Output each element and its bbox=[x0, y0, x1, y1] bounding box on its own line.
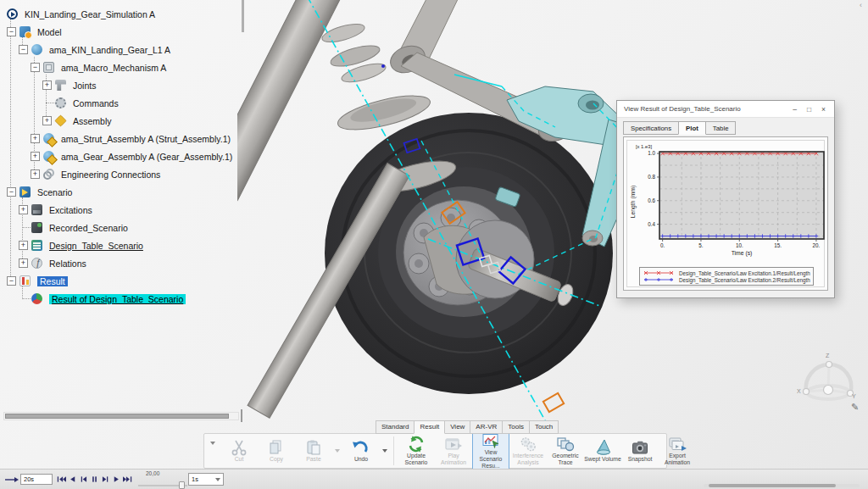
expand-icon[interactable]: + bbox=[31, 152, 40, 161]
tree-item-label: ama_KIN_Landing_Gear_L1 A bbox=[49, 45, 170, 55]
tree-item-kin-landing-gear-simulation-a[interactable]: KIN_Landing_Gear_Simulation A bbox=[0, 5, 271, 23]
expand-icon[interactable]: + bbox=[42, 116, 52, 125]
svg-text:[x 1.e3]: [x 1.e3] bbox=[636, 144, 652, 149]
timeline-slider[interactable] bbox=[138, 481, 187, 489]
dropdown-arrow-icon[interactable] bbox=[335, 449, 340, 453]
tree-item-ama-strut-assembly-a-strut-assembly-1[interactable]: +ama_Strut_Assembly A (Strut_Assembly.1) bbox=[0, 130, 271, 147]
tree-item-ama-gear-assembly-a-gear-assembly-1[interactable]: +ama_Gear_Assembly A (Gear_Assembly.1) bbox=[0, 147, 271, 165]
expand-icon[interactable]: + bbox=[19, 205, 28, 214]
scrollbar-thumb[interactable] bbox=[709, 484, 836, 487]
play-button[interactable] bbox=[111, 474, 122, 485]
result-window[interactable]: View Result of Design_Table_Scenario – □… bbox=[616, 100, 835, 298]
collapse-icon[interactable]: − bbox=[7, 187, 16, 197]
ribbon-tab-result[interactable]: Result bbox=[414, 420, 445, 434]
expand-icon[interactable]: + bbox=[42, 81, 52, 90]
tree-item-excitations[interactable]: +Excitations bbox=[0, 201, 271, 219]
tree-item-assembly[interactable]: +Assembly bbox=[0, 112, 271, 130]
step-forward-button[interactable] bbox=[100, 474, 111, 485]
tree-item-joints[interactable]: +Joints bbox=[0, 76, 271, 94]
tree-item-label: Joints bbox=[73, 81, 96, 91]
interval-value: 1s bbox=[192, 475, 215, 483]
collapse-icon[interactable]: − bbox=[7, 276, 16, 286]
play-reverse-button[interactable] bbox=[67, 474, 78, 485]
window-titlebar[interactable]: View Result of Design_Table_Scenario – □… bbox=[617, 101, 834, 118]
svg-text:15.: 15. bbox=[774, 242, 782, 248]
view-scenario-resu-button[interactable]: View Scenario Resu... bbox=[472, 431, 509, 470]
copy-button[interactable]: Copy bbox=[258, 438, 295, 464]
jump-to-end-button[interactable] bbox=[122, 474, 133, 485]
panel-collapse-icon[interactable]: ‹ bbox=[860, 1, 862, 9]
interference-analysis-button[interactable]: Interference Analysis bbox=[509, 435, 547, 467]
tree-item-relations[interactable]: +Relations bbox=[0, 254, 271, 272]
tab-table[interactable]: Table bbox=[705, 121, 737, 135]
tab-specifications[interactable]: Specifications bbox=[623, 121, 679, 135]
tree-item-design-table-scenario[interactable]: +Design_Table_Scenario bbox=[0, 236, 271, 254]
tree-item-scenario[interactable]: −Scenario bbox=[0, 183, 271, 201]
expand-icon[interactable]: + bbox=[31, 169, 40, 179]
cut-button[interactable]: Cut bbox=[220, 438, 258, 464]
snapshot-button[interactable]: Snapshot bbox=[621, 438, 659, 464]
collapse-icon[interactable]: − bbox=[7, 27, 16, 36]
tree-item-ama-macro-mechanism-a[interactable]: −ama_Macro_Mechanism A bbox=[0, 58, 271, 76]
time-input[interactable] bbox=[20, 474, 53, 485]
play-animation-button[interactable]: Play Animation bbox=[435, 435, 472, 467]
svg-text:20.: 20. bbox=[813, 242, 821, 248]
expand-icon[interactable]: + bbox=[19, 241, 28, 250]
close-button[interactable]: × bbox=[816, 105, 831, 114]
tree-item-ama-kin-landing-gear-l1-a[interactable]: −ama_KIN_Landing_Gear_L1 A bbox=[0, 41, 271, 58]
button-label: Copy bbox=[258, 456, 295, 463]
tree-item-engineering-connections[interactable]: +Engineering Connections bbox=[0, 165, 271, 183]
step-backward-button[interactable] bbox=[78, 474, 89, 485]
scrollbar-end-cap bbox=[241, 409, 242, 422]
ribbon-tab-tools[interactable]: Tools bbox=[502, 420, 530, 434]
dropdown-arrow-icon[interactable] bbox=[382, 449, 387, 453]
horizontal-scrollbar[interactable] bbox=[704, 484, 860, 487]
plot-area: 0.5.10.15.20.1.00.80.60.4[x 1.e3]Time (s… bbox=[623, 136, 828, 291]
tree-item-label: Engineering Connections bbox=[61, 169, 160, 180]
button-label: Export Animation bbox=[659, 453, 696, 466]
paste-button[interactable]: Paste bbox=[295, 438, 332, 464]
undo-button[interactable]: Undo bbox=[342, 438, 380, 464]
cut-icon bbox=[229, 439, 249, 456]
jump-to-start-button[interactable] bbox=[56, 474, 67, 485]
geometric-trace-button[interactable]: Geometric Trace bbox=[547, 435, 584, 467]
tree-item-model[interactable]: −Model bbox=[0, 23, 271, 41]
collapse-icon[interactable]: − bbox=[19, 45, 28, 54]
swept-volume-button[interactable]: Swept Volume bbox=[584, 438, 621, 464]
interference-analysis-icon bbox=[518, 436, 538, 453]
expand-icon[interactable]: + bbox=[19, 258, 28, 268]
edit-pencil-icon[interactable]: ✎ bbox=[851, 402, 859, 413]
model-tree-panel: KIN_Landing_Gear_Simulation A−Model−ama_… bbox=[0, 0, 271, 424]
joints-icon bbox=[55, 80, 66, 91]
copy-icon bbox=[266, 439, 287, 456]
tree-item-commands[interactable]: Commands bbox=[0, 94, 271, 112]
tree-item-result[interactable]: −Result bbox=[0, 272, 271, 290]
export-animation-button[interactable]: Export Animation bbox=[659, 435, 696, 467]
slider-thumb[interactable] bbox=[179, 481, 185, 489]
tab-plot[interactable]: Plot bbox=[678, 121, 706, 135]
interval-dropdown[interactable]: 1s bbox=[188, 473, 224, 486]
result-plot: 0.5.10.15.20.1.00.80.60.4[x 1.e3]Time (s… bbox=[629, 142, 827, 266]
tree-item-result-of-design-table-scenario[interactable]: Result of Design_Table_Scenario bbox=[0, 290, 271, 308]
tree-vertical-scrollbar[interactable] bbox=[242, 0, 244, 32]
collapse-icon[interactable]: − bbox=[31, 63, 40, 72]
chevron-down-icon[interactable] bbox=[210, 442, 215, 445]
scenario-icon bbox=[19, 186, 31, 197]
tree-item-recorded-scenario[interactable]: Recorded_Scenario bbox=[0, 219, 271, 236]
tree-horizontal-scrollbar[interactable] bbox=[3, 412, 239, 420]
ribbon-tab-touch[interactable]: Touch bbox=[529, 420, 559, 434]
result-window-tabs: SpecificationsPlotTable bbox=[623, 121, 834, 135]
update-scenario-button[interactable]: Update Scenario bbox=[398, 435, 435, 467]
expand-icon[interactable]: + bbox=[31, 134, 40, 143]
mechanism-icon bbox=[43, 62, 54, 73]
ribbon-tab-ar-vr[interactable]: AR-VR bbox=[470, 420, 503, 434]
pause-button[interactable] bbox=[89, 474, 100, 485]
tree-item-label: Recorded_Scenario bbox=[49, 223, 128, 233]
ribbon-tab-view[interactable]: View bbox=[444, 420, 470, 434]
result-icon bbox=[19, 275, 31, 286]
model-icon bbox=[19, 26, 31, 37]
ribbon-tab-standard[interactable]: Standard bbox=[376, 420, 415, 434]
maximize-button[interactable]: □ bbox=[802, 105, 816, 114]
minimize-button[interactable]: – bbox=[787, 105, 802, 114]
scrollbar-thumb[interactable] bbox=[5, 414, 229, 419]
